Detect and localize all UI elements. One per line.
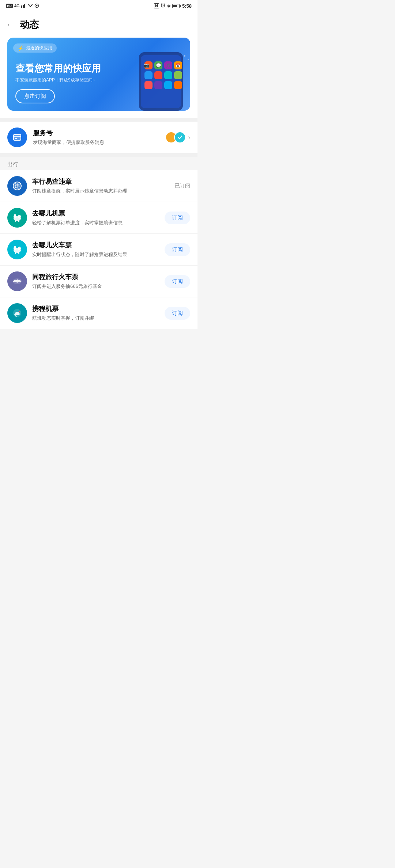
alarm-icon — [161, 3, 165, 9]
svg-text:🎵: 🎵 — [166, 63, 171, 68]
svg-rect-24 — [174, 81, 182, 89]
banner-phone-art: 📷 💬 🎵 📅 — [128, 41, 190, 111]
subscribe-button-4[interactable]: 订阅 — [165, 275, 190, 288]
status-left: HD 4G — [6, 3, 39, 9]
subscribe-button-2[interactable]: 订阅 — [165, 212, 190, 224]
svg-point-26 — [188, 59, 189, 60]
list-item[interactable]: 违 车行易查违章 订阅违章提醒，实时展示违章信息动态并办理 已订阅 — [0, 170, 198, 202]
back-button[interactable]: ← — [6, 21, 14, 29]
svg-rect-22 — [154, 81, 162, 89]
service-desc: 发现海量商家，便捷获取服务消息 — [33, 139, 159, 146]
list-content-4: 同程旅行火车票 订阅并进入服务抽666元旅行基金 — [32, 273, 159, 290]
signal-bars — [21, 3, 26, 8]
svg-point-44 — [18, 247, 21, 250]
svg-rect-40 — [18, 220, 19, 222]
hd-badge: HD — [6, 4, 13, 8]
list-name-3: 去哪儿火车票 — [32, 241, 159, 250]
svg-rect-17 — [144, 71, 153, 79]
service-right: › — [165, 132, 190, 143]
svg-rect-1 — [23, 5, 24, 8]
svg-rect-23 — [164, 81, 172, 89]
stack-icon-2 — [174, 132, 186, 143]
svg-rect-46 — [18, 252, 19, 254]
list-desc-2: 轻松了解机票订单进度，实时掌握航班信息 — [32, 219, 159, 226]
svg-rect-2 — [24, 4, 25, 8]
svg-point-47 — [14, 246, 16, 249]
qunaer-train-icon — [7, 240, 27, 259]
service-icon — [7, 127, 27, 147]
page-title: 动态 — [20, 18, 39, 31]
list-content-2: 去哪儿机票 轻松了解机票订单进度，实时掌握航班信息 — [32, 209, 159, 226]
service-content: 服务号 发现海量商家，便捷获取服务消息 — [33, 129, 159, 146]
svg-rect-20 — [174, 71, 182, 79]
service-row[interactable]: 服务号 发现海量商家，便捷获取服务消息 › — [0, 122, 198, 153]
list-section-travel: 违 车行易查违章 订阅违章提醒，实时展示违章信息动态并办理 已订阅 去哪儿机票 … — [0, 170, 198, 329]
chevron-right-icon: › — [188, 134, 190, 141]
subscribed-badge-1: 已订阅 — [175, 183, 190, 189]
svg-rect-39 — [15, 220, 16, 222]
nfc-icon: N — [154, 3, 159, 8]
list-item[interactable]: 携程机票 航班动态实时掌握，订阅并绑 订阅 — [0, 297, 198, 329]
svg-point-25 — [184, 55, 185, 57]
status-bar: HD 4G N ∗ 5:58 — [0, 0, 198, 12]
list-desc-4: 订阅并进入服务抽666元旅行基金 — [32, 283, 159, 290]
svg-point-5 — [36, 5, 37, 6]
tongcheng-icon — [7, 271, 27, 291]
list-name-2: 去哪儿机票 — [32, 209, 159, 218]
subscribe-button-5[interactable]: 订阅 — [165, 307, 190, 320]
subscribe-button-3[interactable]: 订阅 — [165, 243, 190, 256]
svg-rect-19 — [164, 71, 172, 79]
chexingyi-icon: 违 — [7, 176, 27, 196]
svg-line-8 — [163, 5, 163, 6]
svg-rect-33 — [15, 138, 17, 139]
svg-text:💬: 💬 — [156, 62, 161, 68]
section-divider-1 — [0, 118, 198, 122]
ctrip-icon — [7, 303, 27, 323]
list-name-5: 携程机票 — [32, 304, 159, 313]
promo-banner[interactable]: ⚡ 最近的快应用 — [7, 38, 190, 111]
svg-point-50 — [19, 311, 20, 312]
list-content-3: 去哪儿火车票 实时提醒出行状态，随时了解抢票进程及结果 — [32, 241, 159, 258]
lightning-icon: ⚡ — [18, 45, 24, 51]
banner-subscribe-button[interactable]: 点击订阅 — [15, 89, 55, 103]
svg-rect-3 — [26, 3, 26, 8]
banner-wrapper: ⚡ 最近的快应用 — [0, 38, 198, 118]
svg-point-41 — [14, 214, 16, 217]
list-name-4: 同程旅行火车票 — [32, 273, 159, 281]
list-content-1: 车行易查违章 订阅违章提醒，实时展示违章信息动态并办理 — [32, 177, 170, 195]
list-name-1: 车行易查违章 — [32, 177, 170, 186]
list-item[interactable]: 同程旅行火车票 订阅并进入服务抽666元旅行基金 订阅 — [0, 266, 198, 297]
service-name: 服务号 — [33, 129, 159, 137]
svg-rect-45 — [15, 252, 16, 254]
list-desc-5: 航班动态实时掌握，订阅并绑 — [32, 315, 159, 322]
service-icons-stack — [165, 132, 186, 143]
svg-rect-31 — [14, 134, 21, 140]
svg-text:📅: 📅 — [176, 63, 181, 68]
signal-4g: 4G — [14, 4, 20, 8]
svg-rect-0 — [21, 5, 22, 8]
bluetooth-icon: ∗ — [167, 3, 171, 9]
wifi-icon — [28, 3, 33, 8]
battery-indicator — [172, 3, 181, 8]
list-desc-3: 实时提醒出行状态，随时了解抢票进程及结果 — [32, 251, 159, 258]
svg-text:违: 违 — [15, 183, 20, 189]
banner-tag-text: 最近的快应用 — [26, 45, 52, 51]
touch-icon — [34, 3, 39, 9]
section-divider-2 — [0, 153, 198, 157]
svg-point-38 — [18, 215, 21, 218]
list-desc-1: 订阅违章提醒，实时展示违章信息动态并办理 — [32, 187, 170, 195]
list-item[interactable]: 去哪儿机票 轻松了解机票订单进度，实时掌握航班信息 订阅 — [0, 202, 198, 234]
qunaer-flight-icon — [7, 208, 27, 228]
page-header: ← 动态 — [0, 12, 198, 38]
time-display: 5:58 — [182, 3, 192, 9]
category-label: 出行 — [0, 157, 198, 170]
svg-rect-21 — [144, 81, 153, 89]
svg-rect-18 — [154, 71, 162, 79]
list-item[interactable]: 去哪儿火车票 实时提醒出行状态，随时了解抢票进程及结果 订阅 — [0, 234, 198, 266]
banner-tag: ⚡ 最近的快应用 — [13, 43, 57, 53]
list-content-5: 携程机票 航班动态实时掌握，订阅并绑 — [32, 304, 159, 322]
status-right: N ∗ 5:58 — [154, 3, 192, 9]
svg-text:📷: 📷 — [144, 62, 149, 68]
